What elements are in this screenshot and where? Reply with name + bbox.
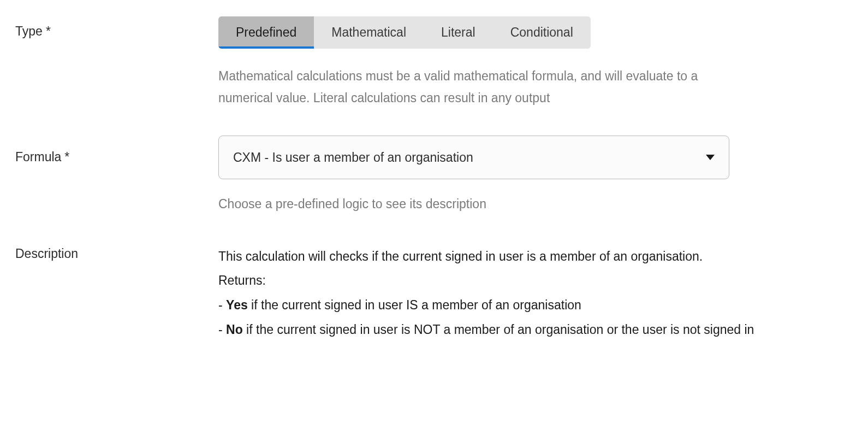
description-line-2: Returns: bbox=[218, 268, 853, 293]
description-line-1: This calculation will checks if the curr… bbox=[218, 244, 853, 269]
type-label-col: Type* bbox=[15, 16, 218, 41]
description-content: This calculation will checks if the curr… bbox=[218, 244, 853, 342]
type-helper-text: Mathematical calculations must be a vali… bbox=[218, 65, 732, 109]
type-label: Type* bbox=[15, 24, 51, 38]
formula-row: Formula* CXM - Is user a member of an or… bbox=[15, 136, 853, 214]
bullet-prefix: - bbox=[218, 298, 226, 312]
type-row: Type* Predefined Mathematical Literal Co… bbox=[15, 16, 853, 109]
formula-label: Formula* bbox=[15, 150, 69, 164]
description-line-4-rest: if the current signed in user is NOT a m… bbox=[243, 322, 754, 337]
description-line-4: - No if the current signed in user is NO… bbox=[218, 318, 853, 342]
type-content: Predefined Mathematical Literal Conditio… bbox=[218, 16, 853, 109]
tab-predefined[interactable]: Predefined bbox=[218, 16, 314, 49]
formula-helper-text: Choose a pre-defined logic to see its de… bbox=[218, 195, 853, 214]
description-no-bold: No bbox=[226, 322, 243, 337]
required-asterisk: * bbox=[64, 150, 69, 164]
formula-content: CXM - Is user a member of an organisatio… bbox=[218, 136, 853, 214]
description-text: This calculation will checks if the curr… bbox=[218, 244, 853, 342]
formula-selected-value: CXM - Is user a member of an organisatio… bbox=[233, 148, 473, 167]
type-tabs: Predefined Mathematical Literal Conditio… bbox=[218, 16, 591, 49]
description-label-col: Description bbox=[15, 244, 218, 263]
caret-down-icon bbox=[706, 155, 715, 160]
formula-label-col: Formula* bbox=[15, 136, 218, 167]
type-label-text: Type bbox=[15, 24, 43, 38]
bullet-prefix: - bbox=[218, 322, 226, 337]
tab-conditional[interactable]: Conditional bbox=[493, 16, 591, 49]
description-row: Description This calculation will checks… bbox=[15, 244, 853, 342]
description-line-3: - Yes if the current signed in user IS a… bbox=[218, 293, 853, 318]
tab-literal[interactable]: Literal bbox=[424, 16, 493, 49]
description-line-3-rest: if the current signed in user IS a membe… bbox=[248, 298, 581, 312]
required-asterisk: * bbox=[46, 24, 51, 38]
description-label: Description bbox=[15, 246, 78, 261]
tab-mathematical[interactable]: Mathematical bbox=[314, 16, 424, 49]
description-yes-bold: Yes bbox=[226, 298, 248, 312]
formula-select[interactable]: CXM - Is user a member of an organisatio… bbox=[218, 136, 729, 180]
formula-label-text: Formula bbox=[15, 150, 61, 164]
